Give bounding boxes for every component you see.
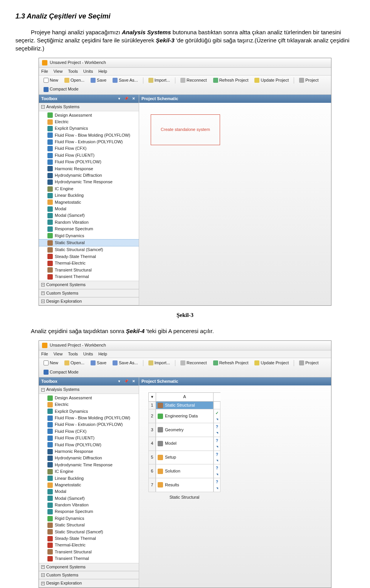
system-cell[interactable]: Solution (156, 464, 214, 478)
save-button[interactable]: Save (88, 359, 109, 367)
create-system-dropzone[interactable]: Create standalone system (151, 114, 220, 145)
category-design-exploration[interactable]: +Design Exploration (39, 579, 139, 587)
window-titlebar[interactable]: Unsaved Project - Workbench (39, 341, 331, 350)
compact-button[interactable]: Compact Mode (41, 369, 81, 376)
system-cell-row[interactable]: 3Geometry? (148, 423, 220, 437)
category-analysis-systems[interactable]: −Analysis Systems (39, 103, 139, 111)
menu-tools[interactable]: Tools (68, 69, 78, 74)
pin-icon[interactable]: 📌 (123, 379, 130, 384)
toolbox-item[interactable]: Steady-State Thermal (39, 253, 139, 260)
toolbox-item[interactable]: Fluid Flow - Blow Molding (POLYFLOW) (39, 415, 139, 421)
pin-icon[interactable]: ▾ (117, 96, 121, 101)
system-cell[interactable]: Results (156, 478, 214, 492)
window-titlebar[interactable]: Unsaved Project - Workbench (39, 58, 331, 67)
toolbox-item[interactable]: Random Vibration (39, 502, 139, 508)
toolbox-item[interactable]: Fluid Flow (POLYFLOW) (39, 442, 139, 448)
open-button[interactable]: Open... (62, 77, 87, 84)
category-design-exploration[interactable]: +Design Exploration (39, 297, 139, 305)
toolbox-item[interactable]: Explicit Dynamics (39, 125, 139, 132)
compact-button[interactable]: Compact Mode (41, 85, 81, 93)
schematic-canvas[interactable]: Create standalone system (139, 103, 331, 305)
toolbox-item[interactable]: Magnetostatic (39, 482, 139, 488)
system-dropdown[interactable]: ▾ (148, 392, 156, 401)
toolbox-item[interactable]: Linear Buckling (39, 475, 139, 482)
system-cell[interactable]: Setup (156, 451, 214, 465)
system-cell[interactable]: Static Structural (156, 402, 214, 409)
import-button[interactable]: Import... (146, 359, 172, 367)
toolbox-item[interactable]: Fluid Flow - Extrusion (POLYFLOW) (39, 139, 139, 145)
system-cell-row[interactable]: 1Static Structural (148, 402, 220, 409)
toolbox-item[interactable]: Design Assessment (39, 395, 139, 401)
system-block[interactable]: ▾ A 1Static Structural2Engineering Data✓… (148, 392, 220, 500)
toolbox-item[interactable]: Steady-State Thermal (39, 535, 139, 542)
toolbox-item[interactable]: Static Structural (Samcef) (39, 529, 139, 535)
toolbox-item[interactable]: Response Spectrum (39, 508, 139, 515)
toolbox-item[interactable]: Rigid Dynamics (39, 233, 139, 239)
menu-view[interactable]: View (54, 69, 63, 74)
toolbox-item[interactable]: Rigid Dynamics (39, 515, 139, 522)
toolbox-item[interactable]: Fluid Flow (POLYFLOW) (39, 159, 139, 165)
project-button[interactable]: Project (297, 359, 321, 367)
pin-icon[interactable]: 📌 (123, 96, 130, 101)
toolbox-item[interactable]: Thermal-Electric (39, 542, 139, 548)
toolbox-item[interactable]: Fluid Flow (CFX) (39, 145, 139, 152)
reconnect-button[interactable]: Reconnect (178, 77, 209, 84)
toolbox-item[interactable]: Design Assessment (39, 112, 139, 119)
toolbox-item[interactable]: Harmonic Response (39, 166, 139, 172)
toolbox-item[interactable]: Hydrodynamic Time Response (39, 179, 139, 185)
menu-help[interactable]: Help (98, 351, 107, 357)
menu-help[interactable]: Help (98, 69, 107, 74)
category-analysis-systems[interactable]: −Analysis Systems (39, 385, 139, 394)
project-button[interactable]: Project (297, 77, 321, 84)
toolbox-header[interactable]: Toolbox ▾ 📌 ✕ (39, 95, 139, 103)
system-cell[interactable]: Geometry (156, 423, 214, 437)
system-cell-row[interactable]: 6Solution? (148, 464, 220, 478)
save-button[interactable]: Save (88, 77, 109, 84)
toolbox-item[interactable]: Transient Thermal (39, 273, 139, 280)
toolbox-item[interactable]: Electric (39, 401, 139, 408)
toolbox-item[interactable]: Transient Structural (39, 267, 139, 273)
toolbox-item[interactable]: Magnetostatic (39, 199, 139, 206)
toolbox-item[interactable]: Transient Thermal (39, 555, 139, 562)
toolbox-item[interactable]: Modal (39, 488, 139, 495)
close-icon[interactable]: ✕ (131, 96, 136, 101)
system-cell-row[interactable]: 2Engineering Data✓ (148, 409, 220, 423)
toolbox-item[interactable]: Transient Structural (39, 549, 139, 555)
toolbox-item[interactable]: Modal (39, 206, 139, 212)
toolbox-item[interactable]: Linear Buckling (39, 192, 139, 199)
open-button[interactable]: Open... (62, 359, 87, 367)
category-custom-systems[interactable]: +Custom Systems (39, 571, 139, 579)
toolbox-item[interactable]: Modal (Samcef) (39, 212, 139, 219)
toolbox-item[interactable]: Thermal-Electric (39, 260, 139, 266)
system-cell-row[interactable]: 7Results? (148, 478, 220, 492)
system-cell-row[interactable]: 5Setup? (148, 451, 220, 465)
close-icon[interactable]: ✕ (131, 379, 136, 384)
toolbox-item[interactable]: Static Structural (39, 522, 139, 528)
toolbox-item[interactable]: Fluid Flow - Blow Molding (POLYFLOW) (39, 132, 139, 139)
toolbox-item[interactable]: Hydrodynamic Diffraction (39, 455, 139, 461)
menu-units[interactable]: Units (83, 69, 93, 74)
menu-units[interactable]: Units (83, 351, 93, 357)
toolbox-item[interactable]: Modal (Samcef) (39, 495, 139, 502)
system-cell[interactable]: Model (156, 437, 214, 451)
refresh-button[interactable]: Refresh Project (211, 77, 251, 84)
new-button[interactable]: New (41, 359, 61, 367)
category-component-systems[interactable]: +Component Systems (39, 563, 139, 571)
menu-tools[interactable]: Tools (68, 351, 78, 357)
system-cell-row[interactable]: 4Model? (148, 437, 220, 451)
toolbox-item[interactable]: Static Structural (Samcef) (39, 246, 139, 253)
toolbox-header[interactable]: Toolbox ▾ 📌 ✕ (39, 377, 139, 385)
toolbox-item[interactable]: Hydrodynamic Diffraction (39, 172, 139, 179)
category-custom-systems[interactable]: +Custom Systems (39, 289, 139, 297)
update-button[interactable]: Update Project (252, 359, 291, 367)
menu-view[interactable]: View (54, 351, 63, 357)
toolbox-item[interactable]: Fluid Flow (FLUENT) (39, 152, 139, 159)
menu-file[interactable]: File (41, 69, 48, 74)
saveas-button[interactable]: Save As... (110, 359, 140, 367)
toolbox-item[interactable]: Harmonic Response (39, 448, 139, 455)
toolbox-item[interactable]: Explicit Dynamics (39, 408, 139, 415)
toolbox-item[interactable]: Hydrodynamic Time Response (39, 462, 139, 468)
import-button[interactable]: Import... (146, 77, 172, 84)
system-cell[interactable]: Engineering Data (156, 409, 214, 423)
toolbox-item[interactable]: Electric (39, 119, 139, 125)
